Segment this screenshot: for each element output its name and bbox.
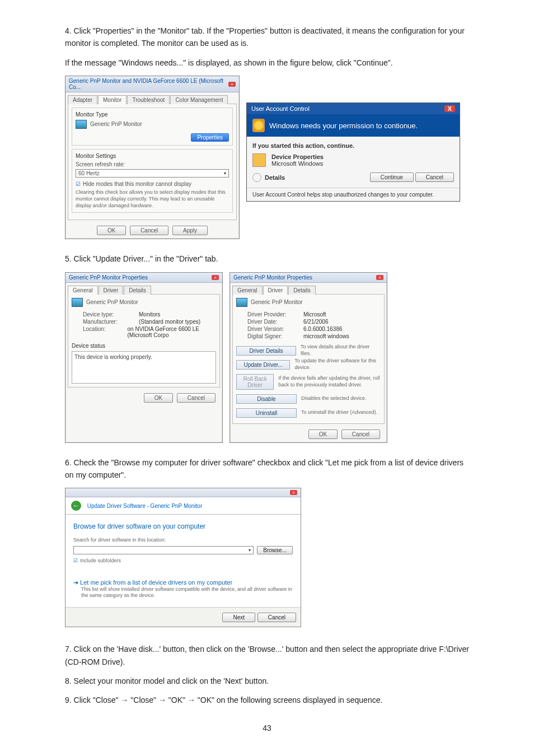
- details-toggle[interactable]: Details: [265, 174, 285, 181]
- wizard-heading: Browse for driver software on your compu…: [73, 522, 293, 530]
- kv-val: microsoft windows: [303, 333, 349, 339]
- include-subfolders-checkbox[interactable]: Include subfolders: [73, 558, 293, 564]
- refresh-rate-label: Screen refresh rate:: [76, 161, 229, 167]
- kv-val: 6/21/2006: [303, 319, 329, 325]
- monitor-name: Generic PnP Monitor: [90, 121, 142, 127]
- rollback-button[interactable]: Roll Back Driver: [236, 374, 274, 390]
- kv-val: 6.0.6000.16386: [303, 326, 343, 332]
- device-icon: [252, 153, 266, 167]
- kv-val: on NVIDIA GeForce 6600 LE (Microsoft Cor…: [128, 326, 216, 338]
- driver-details-button[interactable]: Driver Details: [236, 346, 296, 356]
- btn-desc: To view details about the driver files.: [301, 344, 381, 357]
- btn-desc: To uninstall the driver (Advanced).: [301, 409, 377, 416]
- page-number: 43: [65, 724, 469, 732]
- hide-modes-checkbox[interactable]: Hide modes that this monitor cannot disp…: [76, 181, 229, 187]
- monitor-icon: [72, 298, 83, 307]
- monitor-type-label: Monitor Type: [76, 111, 229, 118]
- monitor-icon: [236, 298, 247, 307]
- tab-driver[interactable]: Driver: [99, 286, 124, 295]
- update-driver-button[interactable]: Update Driver...: [236, 360, 290, 370]
- pick-from-list-link[interactable]: ➔ Let me pick from a list of device driv…: [73, 579, 293, 586]
- kv-key: Manufacturer:: [83, 319, 133, 325]
- arrow-icon: →: [158, 696, 166, 704]
- pick-desc: This list will show installed driver sof…: [81, 586, 293, 599]
- arrow-icon: →: [120, 696, 128, 704]
- chevron-down-icon: ▾: [224, 171, 226, 176]
- path-dropdown[interactable]: ▾: [73, 546, 254, 554]
- dialog-title: Generic PnP Monitor Properties: [233, 274, 312, 281]
- wizard-crumb: Update Driver Software - Generic PnP Mon…: [87, 503, 202, 509]
- close-icon[interactable]: ×: [228, 82, 236, 87]
- back-icon[interactable]: ←: [71, 501, 81, 511]
- dialog-title: Generic PnP Monitor Properties: [69, 274, 148, 281]
- ok-button[interactable]: OK: [144, 393, 173, 403]
- refresh-rate-value: 60 Hertz: [78, 170, 100, 176]
- tab-troubleshoot[interactable]: Troubleshoot: [127, 95, 170, 104]
- close-icon[interactable]: ×: [290, 490, 297, 495]
- step4-text-b: If the message "Windows needs..." is dis…: [65, 57, 469, 69]
- ok-button[interactable]: OK: [308, 430, 338, 439]
- uac-title: User Account Control: [251, 105, 310, 112]
- device-status-label: Device status: [72, 343, 216, 349]
- kv-key: Location:: [83, 326, 122, 338]
- tab-adapter[interactable]: Adapter: [68, 95, 97, 104]
- uac-started: If you started this action, continue.: [252, 142, 454, 149]
- monitor-settings-label: Monitor Settings: [76, 153, 229, 159]
- btn-desc: To update the driver software for this d…: [294, 358, 381, 371]
- shield-icon: [252, 119, 265, 132]
- hide-modes-desc: Clearing this check box allows you to se…: [76, 189, 229, 209]
- cancel-button[interactable]: Cancel: [177, 393, 216, 403]
- monitor-icon: [76, 120, 87, 129]
- chevron-down-icon[interactable]: [252, 173, 261, 182]
- tab-monitor[interactable]: Monitor: [98, 95, 127, 104]
- kv-key: Driver Provider:: [247, 311, 298, 318]
- update-driver-wizard: × ← Update Driver Software - Generic PnP…: [65, 488, 301, 627]
- continue-button[interactable]: Continue: [370, 172, 414, 182]
- kv-key: Device type:: [83, 311, 133, 318]
- tab-details[interactable]: Details: [288, 286, 316, 295]
- cancel-button[interactable]: Cancel: [130, 226, 168, 235]
- cancel-button[interactable]: Cancel: [341, 430, 380, 439]
- properties-button[interactable]: Properties: [191, 133, 229, 142]
- btn-desc: If the device fails after updating the d…: [278, 375, 381, 388]
- browse-button[interactable]: Browse...: [257, 546, 293, 554]
- tab-color[interactable]: Color Management: [170, 95, 228, 104]
- tab-details[interactable]: Details: [124, 286, 151, 295]
- disable-button[interactable]: Disable: [236, 394, 297, 404]
- apply-button[interactable]: Apply: [172, 226, 208, 235]
- refresh-rate-dropdown[interactable]: 60 Hertz ▾: [76, 169, 229, 178]
- tab-driver[interactable]: Driver: [263, 286, 288, 295]
- kv-key: Driver Date:: [247, 319, 298, 325]
- uac-dialog: User Account Control X Windows needs you…: [246, 102, 460, 202]
- kv-key: Digital Signer:: [247, 333, 298, 339]
- step5-text: 5. Click "Update Driver..." in the "Driv…: [65, 253, 469, 265]
- close-icon[interactable]: X: [444, 105, 455, 112]
- step9-text: 9. Click "Close" → "Close" → "OK" → "OK"…: [65, 694, 469, 706]
- dialog-title: Generic PnP Monitor and NVIDIA GeForce 6…: [69, 78, 228, 90]
- kv-val: Monitors: [139, 311, 160, 318]
- arrow-icon: →: [188, 696, 195, 704]
- driver-properties-general: Generic PnP Monitor Properties × General…: [65, 272, 223, 443]
- step8-text: 8. Select your monitor model and click o…: [65, 675, 469, 687]
- btn-desc: Disables the selected device.: [301, 395, 367, 402]
- search-label: Search for driver software in this locat…: [73, 537, 293, 544]
- cancel-button[interactable]: Cancel: [415, 172, 454, 182]
- uac-footnote: User Account Control helps stop unauthor…: [247, 188, 460, 201]
- step4-text-a: 4. Click "Properties" in the "Monitor" t…: [65, 25, 469, 50]
- step7-text: 7. Click on the 'Have disk...' button, t…: [65, 643, 469, 668]
- close-icon[interactable]: ×: [212, 275, 219, 280]
- device-name: Generic PnP Monitor: [86, 298, 138, 305]
- monitor-properties-dialog: Generic PnP Monitor and NVIDIA GeForce 6…: [65, 76, 240, 239]
- next-button[interactable]: Next: [222, 613, 255, 622]
- tab-general[interactable]: General: [68, 286, 98, 295]
- device-status-box: This device is working properly.: [72, 351, 216, 384]
- driver-properties-driver: Generic PnP Monitor Properties × General…: [229, 272, 387, 443]
- uac-publisher: Microsoft Windows: [271, 160, 324, 167]
- tab-general[interactable]: General: [232, 286, 263, 295]
- uac-device: Device Properties: [271, 153, 324, 160]
- close-icon[interactable]: ×: [376, 275, 383, 280]
- kv-val: (Standard monitor types): [139, 319, 200, 325]
- ok-button[interactable]: OK: [97, 226, 126, 235]
- cancel-button[interactable]: Cancel: [257, 613, 296, 622]
- uninstall-button[interactable]: Uninstall: [236, 408, 297, 418]
